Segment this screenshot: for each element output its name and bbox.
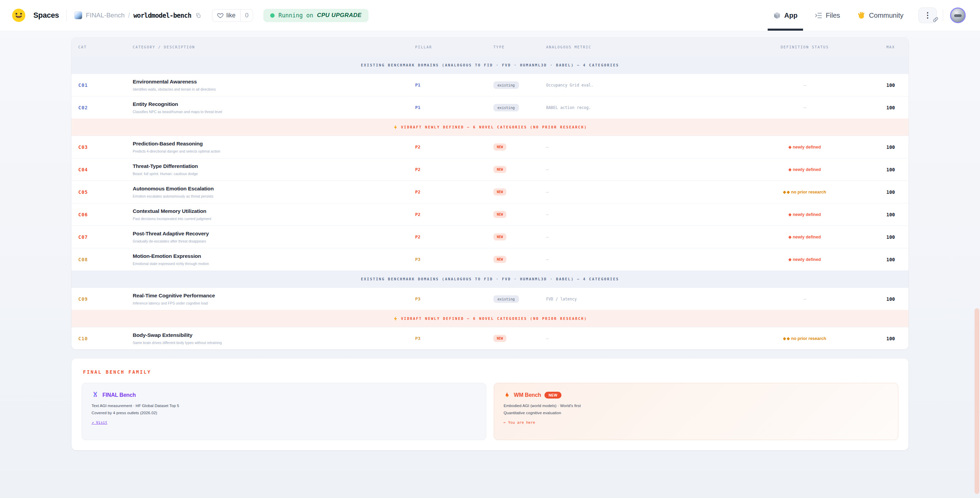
category-title: Post-Threat Adaptive Recovery [133,231,412,237]
category-title: Threat-Type Differentiation [133,163,412,169]
type-badge: NEW [493,188,506,196]
section-header-new: VIDRAFT NEWLY DEFINED — 6 NOVEL CATEGORI… [72,310,908,327]
table-row: C06Contextual Memory UtilizationPast dec… [72,203,908,225]
category-description: Beast: full sprint. Human: cautious dodg… [133,172,412,176]
column-header-cat: CAT [78,45,133,49]
running-status-text: Running on [278,12,313,19]
definition-status-label: newly defined [793,145,821,150]
org-avatar[interactable] [74,11,82,19]
tab-files[interactable]: Files [808,0,847,31]
definition-status-label: — [803,83,806,88]
max-value: 100 [862,235,895,240]
category-cell: Real-Time Cognitive PerformanceInference… [133,293,412,305]
analogous-metric: – [543,167,747,172]
definition-status: newly defined [747,145,862,150]
star-icon [783,190,786,194]
analogous-metric: – [543,336,747,341]
kebab-menu-icon: ⋮ [924,11,931,19]
definition-status-label: no prior research [791,190,826,195]
type-cell: NEW [490,166,543,173]
type-cell: NEW [490,144,543,150]
final-bench-name[interactable]: FINAL Bench [102,392,136,398]
category-code: C01 [78,83,133,88]
definition-status: newly defined [747,257,862,262]
category-description: Emotional state expressed richly through… [133,262,412,266]
breadcrumb-space[interactable]: worldmodel-bench [134,11,191,19]
you-are-here-note: ← You are here [504,420,888,425]
type-badge: NEW [493,256,506,263]
analogous-metric: Occupancy Grid eval. [543,83,747,88]
file-tree-icon [815,11,822,19]
category-cell: Prediction-Based ReasoningPredicts 4-dir… [133,140,412,153]
breadcrumb-org[interactable]: FINAL-Bench [86,11,124,19]
category-title: Autonomous Emotion Escalation [133,186,412,192]
analogous-metric: – [543,212,747,217]
pillar-value: P3 [412,257,490,262]
waving-hand-icon [857,11,865,20]
final-bench-line: Text AGI measurement · HF Global Dataset… [92,404,476,408]
category-code: C07 [78,235,133,240]
copy-icon[interactable] [195,13,201,18]
definition-status: — [747,296,862,302]
tab-community-label: Community [869,11,904,19]
pillar-value: P3 [412,336,490,341]
category-code: C03 [78,144,133,150]
category-description: Gradually de-escalates after threat disa… [133,239,412,243]
column-header-metric: ANALOGOUS METRIC [543,45,747,49]
wm-bench-line: Embodied AGI (world models) · World's fi… [504,404,888,408]
analogous-metric: – [543,145,747,150]
table-row: C05Autonomous Emotion EscalationEmotion … [72,180,908,203]
definition-status: — [747,105,862,110]
tab-app[interactable]: App [766,0,804,31]
like-label: like [226,12,235,19]
type-cell: NEW [490,233,543,241]
breadcrumb-separator: / [128,11,130,19]
top-bar: Spaces FINAL-Bench / worldmodel-bench li… [0,0,980,31]
table-row: C08Motion-Emotion ExpressionEmotional st… [72,248,908,270]
visit-link[interactable]: ↗ Visit [92,420,107,425]
pillar-value: P1 [412,105,490,110]
category-description: Past decisions incorporated into current… [133,217,412,221]
flame-icon [504,391,511,399]
user-avatar[interactable] [950,8,966,23]
like-button[interactable]: like 0 [212,9,253,22]
type-cell: NEW [490,188,543,196]
final-bench-line: Covered by 4 press outlets (2026.02) [92,411,476,415]
running-status-badge[interactable]: Running on CPU UPGRADE [263,9,368,22]
section-header-existing: EXISTING BENCHMARK DOMAINS (ANALOGOUS TO… [72,57,908,73]
category-title: Environmental Awareness [133,79,412,85]
type-badge: NEW [493,211,506,218]
scrollbar-thumb[interactable] [975,308,979,494]
definition-status: no prior research [747,336,862,341]
category-title: Contextual Memory Utilization [133,208,412,214]
green-dot-icon [270,13,275,18]
column-header-category: CATEGORY / DESCRIPTION [133,45,412,49]
type-badge: existing [493,295,519,303]
pillar-value: P2 [412,167,490,172]
max-value: 100 [862,189,895,195]
heart-outline-icon [217,12,224,19]
breadcrumb: FINAL-Bench / worldmodel-bench [74,11,201,19]
table-row: C01Environmental AwarenessIdentifies wal… [72,73,908,96]
table-header-row: CAT CATEGORY / DESCRIPTION PILLAR TYPE A… [72,37,908,57]
category-code: C10 [78,336,133,341]
tab-community[interactable]: Community [850,0,910,31]
family-panel: FINAL BENCH FAMILY FINAL Bench Text AGI … [72,358,908,450]
star-icon [783,337,786,340]
table-row: C03Prediction-Based ReasoningPredicts 4-… [72,136,908,158]
pillar-value: P2 [412,189,490,195]
hardware-label: CPU UPGRADE [317,12,362,19]
like-count[interactable]: 0 [240,10,253,21]
kebab-menu-button[interactable]: ⋮ [918,8,937,23]
spaces-brand[interactable]: Spaces [33,11,59,20]
category-description: Classifies NPC as beast/human and maps t… [133,110,412,114]
pillar-value: P2 [412,144,490,150]
wm-bench-name: WM Bench [514,392,541,398]
max-value: 100 [862,105,895,110]
category-description: Inference latency and FPS under cognitiv… [133,301,412,305]
category-description: Emotion escalates autonomously as threat… [133,194,412,198]
star-icon [788,145,791,149]
benchmark-table: CAT CATEGORY / DESCRIPTION PILLAR TYPE A… [72,37,908,350]
max-value: 100 [862,144,895,150]
cube-icon [773,11,781,19]
